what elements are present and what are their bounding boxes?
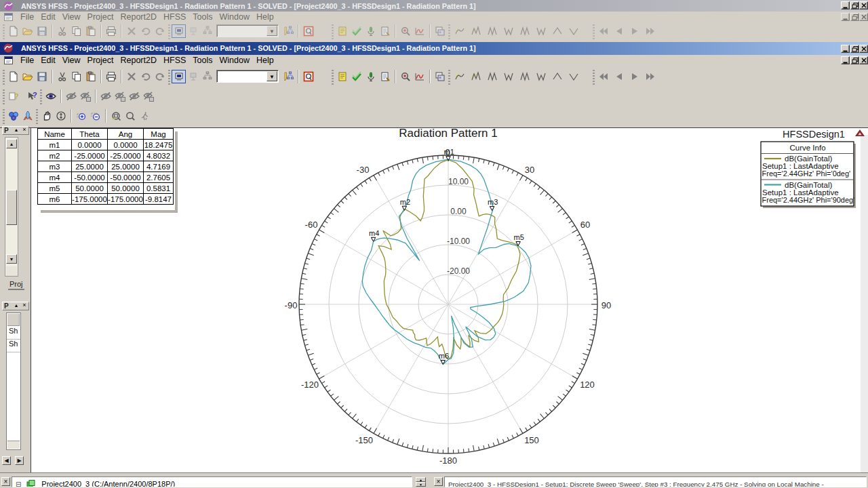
svg-text:-90: -90 [285, 300, 298, 310]
svg-text:-10.00: -10.00 [447, 237, 470, 246]
svg-text:-180: -180 [439, 455, 457, 466]
svg-text:Freq='2.44GHz' Phi='0deg': Freq='2.44GHz' Phi='0deg' [762, 169, 851, 178]
svg-text:90: 90 [601, 300, 611, 310]
svg-text:-150: -150 [355, 435, 373, 445]
svg-text:60: 60 [580, 220, 590, 230]
svg-text:?: ? [33, 91, 37, 99]
svg-text:Freq='2.44GHz' Phi='90deg': Freq='2.44GHz' Phi='90deg' [762, 196, 855, 204]
svg-text:Curve Info: Curve Info [789, 144, 825, 152]
svg-text:0.00: 0.00 [450, 207, 467, 216]
svg-text:m4: m4 [369, 229, 379, 237]
svg-text:-30: -30 [357, 165, 370, 175]
svg-text:120: 120 [580, 380, 595, 390]
svg-text:Radiation Pattern 1: Radiation Pattern 1 [399, 127, 498, 140]
svg-text:150: 150 [524, 435, 539, 445]
svg-text:m5: m5 [514, 233, 524, 241]
svg-text:m3: m3 [488, 198, 498, 206]
svg-text:10.00: 10.00 [448, 177, 469, 186]
svg-text:-20.00: -20.00 [447, 266, 470, 276]
svg-text:m6: m6 [439, 352, 449, 360]
svg-text:-120: -120 [301, 380, 319, 390]
svg-text:m2: m2 [400, 198, 410, 206]
svg-text:30: 30 [525, 165, 534, 175]
svg-text:HFSSDesign1: HFSSDesign1 [783, 129, 845, 140]
svg-text:?: ? [14, 92, 19, 100]
svg-text:m1: m1 [444, 148, 454, 156]
svg-text:-60: -60 [305, 220, 318, 230]
